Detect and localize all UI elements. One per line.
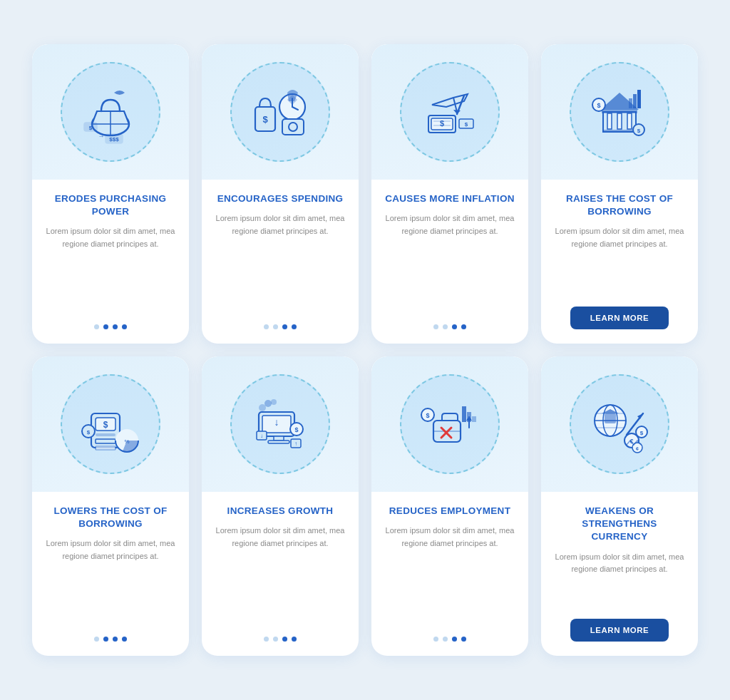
svg-text:$: $ [640,430,644,436]
card-desc-5: Lorem ipsum dolor sit dim amet, mea regi… [45,537,176,627]
card-title-8: WEAKENS OR STRENGTHENS CURRENCY [554,505,685,544]
card-icon-area-3: $ $ [371,44,528,180]
employment-icon: $ [418,392,482,456]
svg-rect-33 [633,94,637,108]
card-body-3: CAUSES MORE INFLATION Lorem ipsum dolor … [371,180,528,329]
card-title-3: CAUSES MORE INFLATION [385,192,515,205]
dot-6-4 [292,637,297,642]
dot-7-4 [461,637,466,642]
svg-text:$: $ [103,420,108,430]
card-body-1: ERODES PURCHASING POWER Lorem ipsum dolo… [32,180,189,329]
svg-point-58 [271,399,277,405]
card-title-5: LOWERS THE COST OF BORROWING [45,505,176,530]
card-desc-3: Lorem ipsum dolor sit dim amet, mea regi… [384,212,515,314]
card-body-8: WEAKENS OR STRENGTHENS CURRENCY Lorem ip… [541,492,698,642]
dots-1 [94,324,127,329]
icon-circle-3: $ $ [400,62,500,162]
svg-text:$: $ [426,412,429,419]
atm-icon: $ % $ [78,392,143,456]
icon-circle-2: $ [230,62,330,162]
card-lowers-cost-borrowing: $ % $ LOWERS THE COST OF BORROWING Lorem… [32,356,189,656]
card-title-1: ERODES PURCHASING POWER [45,192,176,218]
dot-7-1 [433,637,438,642]
card-desc-6: Lorem ipsum dolor sit dim amet, mea regi… [215,525,346,627]
svg-rect-51 [274,436,284,441]
icon-circle-8: € $ ¢ [570,374,669,474]
svg-rect-79 [605,413,616,423]
svg-text:↑: ↑ [294,441,297,447]
svg-text:↓: ↓ [274,416,279,428]
dot-2-4 [292,324,297,329]
card-body-6: INCREASES GROWTH Lorem ipsum dolor sit d… [202,492,359,642]
dots-3 [433,324,466,329]
svg-text:$: $ [294,426,298,433]
svg-text:↓: ↓ [260,433,263,439]
svg-rect-52 [268,441,289,443]
svg-marker-82 [637,413,643,419]
svg-text:$: $ [637,128,641,134]
svg-rect-42 [96,439,115,443]
svg-rect-32 [629,98,632,108]
svg-point-57 [264,400,272,407]
card-desc-4: Lorem ipsum dolor sit dim amet, mea regi… [554,225,685,297]
dot-3-3 [452,324,457,329]
dot-5-4 [122,637,127,642]
shopping-basket-icon: $ → $$$ [78,80,143,144]
card-increases-growth: ↓ $ ↓ ↑ INCREASES GROWTH Lorem ip [202,356,359,656]
learn-more-button-8[interactable]: LEARN MORE [570,619,669,642]
card-title-4: RAISES THE COST OF BORROWING [554,192,685,218]
svg-rect-48 [96,446,115,450]
svg-text:→: → [98,133,105,140]
svg-text:%: % [124,438,129,445]
dot-1-2 [103,324,108,329]
dot-7-3 [452,637,457,642]
card-icon-area-5: $ % $ [32,356,189,492]
dot-3-4 [461,324,466,329]
card-icon-area-8: € $ ¢ [541,356,698,492]
growth-icon: ↓ $ ↓ ↑ [248,392,312,456]
svg-rect-29 [617,113,622,129]
svg-text:$: $ [440,119,444,128]
dot-5-3 [113,637,118,642]
dot-6-1 [264,637,269,642]
dot-1-4 [122,324,127,329]
inflation-icon: $ $ [418,80,482,144]
svg-text:$$$: $$$ [109,136,119,143]
svg-text:¢: ¢ [636,446,639,451]
icon-circle-1: $ → $$$ [61,62,160,162]
card-icon-area-7: $ [371,356,528,492]
svg-text:$: $ [262,114,268,125]
icon-circle-7: $ [400,374,500,474]
svg-text:$: $ [465,121,468,128]
card-body-4: RAISES THE COST OF BORROWING Lorem ipsum… [541,180,698,329]
svg-rect-41 [96,433,115,436]
dots-5 [94,637,127,642]
card-encourages-spending: $ ENCOURAGES SPENDING Lorem ipsum dolor … [202,44,359,344]
card-body-5: LOWERS THE COST OF BORROWING Lorem ipsum… [32,492,189,642]
svg-text:$: $ [87,429,91,436]
card-title-7: REDUCES EMPLOYMENT [389,505,510,518]
svg-rect-31 [603,130,636,133]
card-erodes-purchasing-power: $ → $$$ ERODES PURCHASING POWER Lorem ip… [32,44,189,344]
card-desc-7: Lorem ipsum dolor sit dim amet, mea regi… [384,525,515,627]
dot-6-2 [273,637,278,642]
dot-3-2 [443,324,448,329]
cards-grid: $ → $$$ ERODES PURCHASING POWER Lorem ip… [32,44,698,656]
card-causes-inflation: $ $ CAUSES MORE INFLATION Lorem ipsum do… [371,44,528,344]
card-title-6: INCREASES GROWTH [227,505,334,518]
card-desc-8: Lorem ipsum dolor sit dim amet, mea regi… [554,551,685,609]
card-icon-area-2: $ [202,44,359,180]
svg-rect-13 [282,119,304,135]
svg-marker-17 [453,110,461,114]
learn-more-button-4[interactable]: LEARN MORE [570,307,669,329]
icon-circle-6: ↓ $ ↓ ↑ [230,374,330,474]
card-icon-area-1: $ → $$$ [32,44,189,180]
dot-2-2 [273,324,278,329]
svg-rect-67 [462,406,466,422]
card-body-2: ENCOURAGES SPENDING Lorem ipsum dolor si… [202,180,359,329]
card-desc-2: Lorem ipsum dolor sit dim amet, mea regi… [215,212,346,314]
icon-circle-5: $ % $ [61,374,160,474]
card-icon-area-6: ↓ $ ↓ ↑ [202,356,359,492]
dot-1-1 [94,324,99,329]
card-desc-1: Lorem ipsum dolor sit dim amet, mea regi… [45,225,176,314]
